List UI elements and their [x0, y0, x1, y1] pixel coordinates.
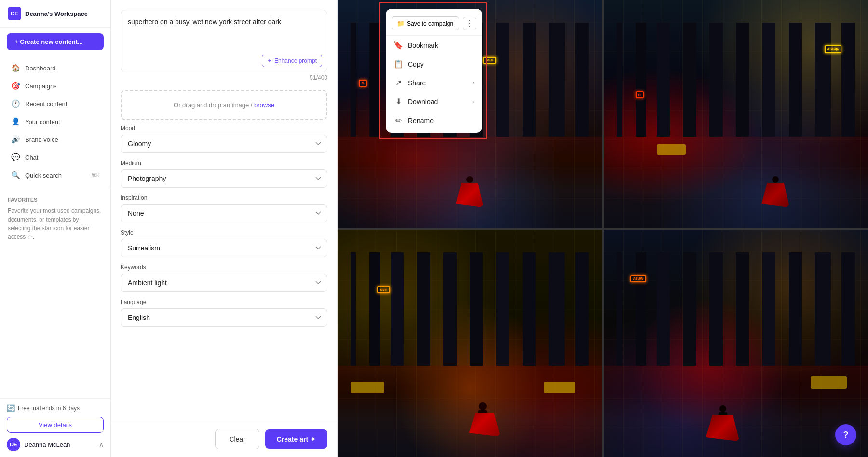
- browse-link[interactable]: browse: [254, 101, 274, 109]
- favorites-hint: Favorite your most used campaigns, docum…: [8, 207, 103, 241]
- language-select[interactable]: English Spanish French German Italian: [121, 308, 327, 327]
- share-icon: ↗: [393, 78, 403, 87]
- neon-sign-1: D: [359, 80, 367, 87]
- enhance-prompt-button[interactable]: ✦ Enhance prompt: [262, 55, 322, 67]
- form-section: Mood Gloomy Happy Dramatic Mysterious En…: [111, 125, 337, 421]
- image-panel: D ASU4 📁 Save to campaign ⋮ 🔖: [338, 0, 868, 457]
- sidebar-item-label: Recent content: [25, 100, 67, 108]
- workspace-name: Deanna's Workspace: [25, 10, 88, 17]
- char-count: 51/400: [121, 72, 327, 85]
- rename-icon: ✏: [393, 116, 403, 125]
- figure-4: [719, 405, 727, 439]
- language-label: Language: [121, 299, 327, 305]
- style-label: Style: [121, 229, 327, 236]
- sidebar-item-dashboard[interactable]: 🏠 Dashboard: [3, 59, 108, 77]
- context-menu: 📁 Save to campaign ⋮ 🔖 Bookmark 📋 Copy ↗…: [386, 9, 482, 133]
- head-2: [772, 176, 779, 183]
- user-menu-chevron-icon[interactable]: ∧: [99, 441, 104, 448]
- style-select[interactable]: Surrealism Realism Expressionism Impress…: [121, 239, 327, 257]
- image-cell-1[interactable]: D ASU4 📁 Save to campaign ⋮ 🔖: [338, 0, 602, 228]
- clear-button[interactable]: Clear: [215, 429, 259, 449]
- sidebar-item-quick-search[interactable]: 🔍 Quick search ⌘K: [3, 166, 108, 184]
- medium-select[interactable]: Photography Illustration Painting Digita…: [121, 169, 327, 188]
- nav-menu: 🏠 Dashboard 🎯 Campaigns 🕐 Recent content…: [0, 56, 110, 398]
- street-2: [604, 137, 868, 228]
- sidebar-item-brand-voice[interactable]: 🔊 Brand voice: [3, 131, 108, 148]
- image-cell-2[interactable]: ASU4▶ D: [604, 0, 868, 228]
- sidebar-item-recent-content[interactable]: 🕐 Recent content: [3, 95, 108, 112]
- menu-item-bookmark[interactable]: 🔖 Bookmark: [386, 36, 482, 55]
- figure-2: [771, 176, 780, 205]
- trial-icon: 🔄: [7, 404, 15, 412]
- head-4: [719, 405, 726, 412]
- brand-voice-icon: 🔊: [11, 135, 20, 144]
- menu-item-copy[interactable]: 📋 Copy: [386, 55, 482, 73]
- city-bg-4: [604, 252, 868, 366]
- menu-item-share[interactable]: ↗ Share ›: [386, 73, 482, 92]
- medium-group: Medium Photography Illustration Painting…: [121, 160, 327, 188]
- more-options-button[interactable]: ⋮: [463, 17, 476, 30]
- favorites-title: Favorites: [8, 197, 103, 203]
- create-new-button[interactable]: + Create new content...: [7, 33, 104, 50]
- view-details-button[interactable]: View details: [7, 417, 104, 433]
- your-content-icon: 👤: [11, 117, 20, 126]
- download-arrow-icon: ›: [473, 98, 475, 105]
- image-cell-3[interactable]: NYC: [338, 230, 602, 457]
- sidebar-item-label: Your content: [25, 118, 60, 125]
- enhance-icon: ✦: [267, 57, 272, 64]
- sidebar-item-label: Brand voice: [25, 136, 58, 143]
- prompt-text: superhero on a busy, wet new york street…: [128, 17, 320, 27]
- neon-sign-2: ASU4: [483, 57, 496, 64]
- neon-sign-4: D: [636, 91, 644, 98]
- recent-icon: 🕐: [11, 99, 20, 108]
- head-3: [479, 402, 487, 410]
- menu-item-label: Rename: [408, 117, 434, 125]
- keywords-label: Keywords: [121, 264, 327, 271]
- drop-zone[interactable]: Or drag and drop an image / browse: [121, 90, 327, 120]
- share-arrow-icon: ›: [473, 80, 475, 86]
- taxi-2: [351, 382, 384, 393]
- city-bg-2: [604, 23, 868, 137]
- bookmark-icon: 🔖: [393, 41, 403, 50]
- taxi-4: [811, 376, 847, 389]
- dashboard-icon: 🏠: [11, 64, 20, 72]
- mood-select[interactable]: Gloomy Happy Dramatic Mysterious Energet…: [121, 135, 327, 153]
- sidebar-item-your-content[interactable]: 👤 Your content: [3, 113, 108, 130]
- create-art-button[interactable]: Create art ✦: [265, 429, 327, 449]
- figure-1: [465, 176, 474, 205]
- workspace-avatar: DE: [8, 7, 21, 20]
- style-group: Style Surrealism Realism Expressionism I…: [121, 229, 327, 257]
- neon-sign-6: ASUW: [630, 275, 646, 282]
- language-group: Language English Spanish French German I…: [121, 299, 327, 327]
- image-cell-4[interactable]: ASUW: [604, 230, 868, 457]
- street-3: [338, 366, 602, 457]
- save-to-campaign-button[interactable]: 📁 Save to campaign: [392, 16, 459, 30]
- mood-label: Mood: [121, 125, 327, 132]
- menu-item-label: Share: [408, 79, 426, 87]
- chat-icon: 💬: [11, 153, 20, 162]
- help-button[interactable]: ?: [835, 424, 856, 445]
- taxi-1: [657, 144, 686, 155]
- shortcut-badge: ⌘K: [91, 172, 100, 179]
- keywords-select[interactable]: Ambient light Neon lights Dark atmospher…: [121, 274, 327, 292]
- footer-actions: Clear Create art ✦: [111, 421, 337, 457]
- copy-icon: 📋: [393, 59, 403, 69]
- user-name: Deanna McLean: [24, 441, 70, 448]
- sidebar-item-label: Campaigns: [25, 83, 57, 90]
- sidebar-item-chat[interactable]: 💬 Chat: [3, 149, 108, 166]
- menu-item-label: Download: [408, 98, 438, 106]
- menu-item-rename[interactable]: ✏ Rename: [386, 111, 482, 130]
- body-4: [719, 412, 727, 439]
- download-icon: ⬇: [393, 97, 403, 106]
- keywords-group: Keywords Ambient light Neon lights Dark …: [121, 264, 327, 292]
- user-row: DE Deanna McLean ∧: [7, 438, 104, 451]
- sidebar: DE Deanna's Workspace + Create new conte…: [0, 0, 111, 457]
- sidebar-header: DE Deanna's Workspace: [0, 0, 110, 28]
- drop-zone-text: Or drag and drop an image /: [174, 101, 252, 109]
- body-2: [771, 183, 780, 205]
- menu-item-download[interactable]: ⬇ Download ›: [386, 92, 482, 111]
- favorites-section: Favorites Favorite your most used campai…: [0, 192, 110, 246]
- sidebar-item-campaigns[interactable]: 🎯 Campaigns: [3, 77, 108, 95]
- inspiration-select[interactable]: None Minimalist Abstract Vintage Futuris…: [121, 204, 327, 222]
- menu-item-label: Copy: [408, 60, 424, 68]
